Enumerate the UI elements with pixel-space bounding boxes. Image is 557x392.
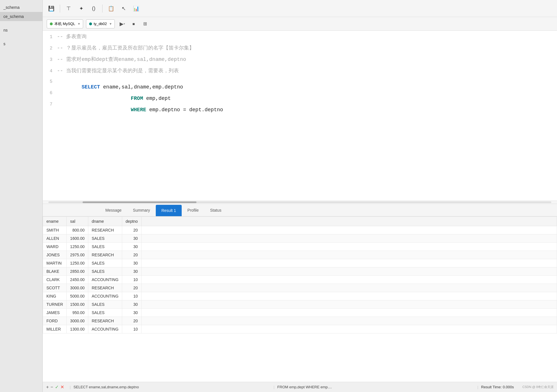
remove-row-button[interactable]: − <box>50 384 53 390</box>
mysql-connection-select[interactable]: 本机 MySQL ▾ <box>47 19 83 28</box>
line-num-7: 7 <box>43 102 57 107</box>
result-tabs: Message Summary Result 1 Profile Status <box>43 204 557 216</box>
sidebar-item-ns[interactable]: ns <box>0 26 42 35</box>
run-button[interactable]: ▶ ▾ <box>118 19 127 28</box>
tab-summary[interactable]: Summary <box>127 205 156 216</box>
cell-11-1: 3000.00 <box>67 317 88 325</box>
tab-status[interactable]: Status <box>204 205 227 216</box>
status-from-text: FROM emp,dept WHERE emp.... <box>277 385 474 389</box>
save-button[interactable]: 💾 <box>46 3 56 14</box>
cell-8-0: KING <box>43 292 67 300</box>
cell-7-3: 20 <box>122 284 142 292</box>
db-label: ty_db02 <box>94 22 107 26</box>
cell-8-extra <box>141 292 557 300</box>
cell-5-2: SALES <box>88 267 122 276</box>
line-content-7: WHERE emp.deptno = dept.deptno <box>57 101 557 118</box>
cell-10-extra <box>141 309 557 317</box>
cell-1-extra <box>141 234 557 243</box>
stop-icon: ■ <box>132 22 135 26</box>
cell-4-extra <box>141 259 557 267</box>
csdn-watermark: CSDN @ 8奇仁命天涯 <box>522 385 554 389</box>
cell-11-0: FORD <box>43 317 67 325</box>
sidebar-item-schema2[interactable]: ce_schema <box>0 12 42 21</box>
toolbar-sep-1 <box>60 5 60 13</box>
result-table-container[interactable]: ename sal dname deptno SMITH800.00RESEAR… <box>43 216 557 382</box>
scrollbar-thumb[interactable] <box>83 201 196 203</box>
result-table: ename sal dname deptno SMITH800.00RESEAR… <box>43 216 557 333</box>
line-num-4: 4 <box>43 69 57 74</box>
code-line-5: 5 SELECT ename,sal,dname,emp.deptno <box>43 79 557 90</box>
line-num-3: 3 <box>43 57 57 62</box>
cell-8-2: ACCOUNTING <box>88 292 122 300</box>
line-content-4: -- 当我们需要指定显示某个表的列是，需要表，列表 <box>57 67 557 74</box>
sidebar-item-s[interactable]: s <box>0 39 42 48</box>
status-result-time: Result Time: 0.000s <box>481 385 514 389</box>
cell-12-2: ACCOUNTING <box>88 325 122 333</box>
sidebar: _schema ce_schema ns s <box>0 0 43 392</box>
explain-button[interactable]: ⊞ <box>140 19 150 28</box>
cell-10-3: 30 <box>122 309 142 317</box>
tab-profile[interactable]: Profile <box>182 205 204 216</box>
db-status-dot <box>89 22 92 25</box>
cell-2-2: SALES <box>88 243 122 251</box>
from-tables: emp,dept <box>143 96 171 101</box>
cell-0-0: SMITH <box>43 226 67 234</box>
cell-6-0: CLARK <box>43 276 67 284</box>
add-row-button[interactable]: + <box>46 384 49 390</box>
sidebar-item-empty2 <box>0 35 42 39</box>
code-line-7: 7 WHERE emp.deptno = dept.deptno <box>43 101 557 113</box>
col-header-extra <box>141 217 557 226</box>
sidebar-item-schema1[interactable]: _schema <box>0 3 42 12</box>
scrollbar-track[interactable] <box>48 201 551 203</box>
cell-9-2: SALES <box>88 300 122 309</box>
horizontal-scrollbar[interactable] <box>43 201 557 204</box>
cell-10-2: SALES <box>88 309 122 317</box>
where-keyword: WHERE <box>131 107 146 113</box>
table-header-row: ename sal dname deptno <box>43 217 557 226</box>
tab-result1[interactable]: Result 1 <box>156 205 182 216</box>
line-content-3: -- 需求对emp和dept查询ename,sal,dname,deptno <box>57 56 557 63</box>
cell-7-1: 3000.00 <box>67 284 88 292</box>
line-content-2: -- ？显示雇员名，雇员工资及所在部门的名字【笛卡尔集】 <box>57 44 557 51</box>
table-row: SMITH800.00RESEARCH20 <box>43 226 557 234</box>
format-button[interactable]: ⊤ <box>64 3 74 14</box>
run-dropdown-icon: ▾ <box>124 22 125 25</box>
where-condition: emp.deptno = dept.deptno <box>146 107 223 113</box>
table-body: SMITH800.00RESEARCH20ALLEN1600.00SALES30… <box>43 226 557 333</box>
db-select[interactable]: ty_db02 ▾ <box>86 19 115 28</box>
sql-editor[interactable]: 1 -- 多表查询 2 -- ？显示雇员名，雇员工资及所在部门的名字【笛卡尔集】… <box>43 31 557 201</box>
cell-2-3: 30 <box>122 243 142 251</box>
apply-button[interactable]: ✓ <box>55 384 59 390</box>
chart-button[interactable]: 📊 <box>131 3 141 14</box>
cell-5-1: 2850.00 <box>67 267 88 276</box>
copy-button[interactable]: 📋 <box>106 3 116 14</box>
cell-4-2: SALES <box>88 259 122 267</box>
cell-9-extra <box>141 300 557 309</box>
line-num-6: 6 <box>43 90 57 96</box>
cell-0-2: RESEARCH <box>88 226 122 234</box>
status-sql-text: SELECT ename,sal,dname,emp.deptno <box>73 385 271 389</box>
cell-1-0: ALLEN <box>43 234 67 243</box>
cell-12-0: MILLER <box>43 325 67 333</box>
magic-button[interactable]: ✦ <box>76 3 86 14</box>
code-line-2: 2 -- ？显示雇员名，雇员工资及所在部门的名字【笛卡尔集】 <box>43 44 557 56</box>
col-header-sal: sal <box>67 217 88 226</box>
table-row: FORD3000.00RESEARCH20 <box>43 317 557 325</box>
run-icon: ▶ <box>120 21 124 27</box>
code-line-6: 6 FROM emp,dept <box>43 90 557 101</box>
connection-status-dot <box>50 22 53 25</box>
cell-4-1: 1250.00 <box>67 259 88 267</box>
paren-button[interactable]: () <box>89 3 99 14</box>
cell-0-1: 800.00 <box>67 226 88 234</box>
cell-4-0: MARTIN <box>43 259 67 267</box>
cell-2-0: WARD <box>43 243 67 251</box>
table-row: MILLER1300.00ACCOUNTING10 <box>43 325 557 333</box>
cell-2-extra <box>141 243 557 251</box>
cursor-button[interactable]: ↖ <box>118 3 129 14</box>
main-panel: 💾 ⊤ ✦ () 📋 ↖ 📊 本机 MySQL ▾ ty_db02 ▾ ▶ ▾ … <box>43 0 557 392</box>
stop-button[interactable]: ■ <box>130 20 138 28</box>
cell-1-3: 30 <box>122 234 142 243</box>
tab-message[interactable]: Message <box>100 205 127 216</box>
discard-button[interactable]: ✕ <box>60 384 64 390</box>
cell-0-3: 20 <box>122 226 142 234</box>
